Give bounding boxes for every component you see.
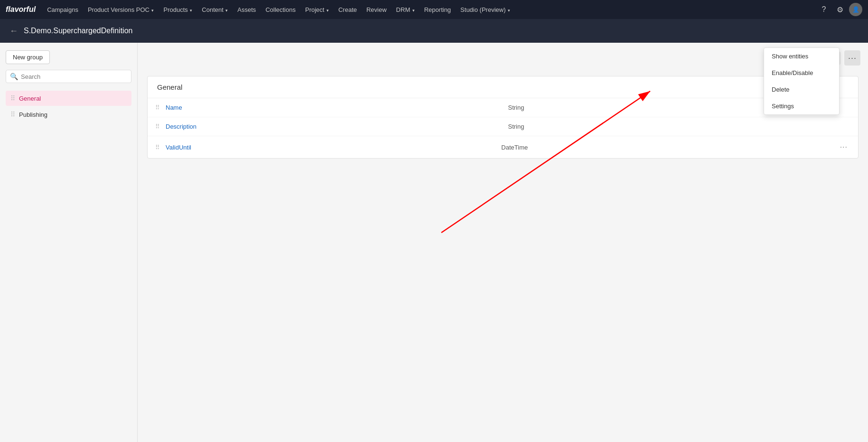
drag-handle-icon: ⠿: [10, 111, 15, 118]
chevron-down-icon: ▾: [189, 8, 193, 13]
drag-handle-icon: ⠿: [155, 144, 160, 151]
breadcrumb-bar: ← S.Demo.SuperchargedDefinition: [0, 19, 868, 43]
dropdown-settings[interactable]: Settings: [764, 98, 839, 114]
nav-assets[interactable]: Assets: [233, 4, 260, 15]
sidebar-item-general[interactable]: ⠿ General: [6, 91, 131, 106]
page-title: S.Demo.SuperchargedDefinition: [24, 27, 132, 35]
chevron-down-icon: ▾: [411, 8, 415, 13]
chevron-down-icon: ▾: [150, 8, 154, 13]
field-row-validuntil: ⠿ ValidUntil DateTime ···: [148, 136, 858, 158]
sidebar-item-label: General: [19, 95, 41, 102]
field-name-label[interactable]: Description: [166, 123, 508, 130]
field-row-name: ⠿ Name String: [148, 98, 858, 117]
dots-icon: ···: [848, 53, 857, 63]
sidebar-item-label: Publishing: [19, 111, 47, 118]
field-name-label[interactable]: ValidUntil: [166, 144, 501, 151]
settings-icon-button[interactable]: ⚙: [833, 2, 847, 17]
search-input[interactable]: [21, 73, 127, 80]
nav-drm[interactable]: DRM ▾: [392, 4, 419, 15]
nav-create[interactable]: Create: [335, 4, 361, 15]
sidebar-item-publishing[interactable]: ⠿ Publishing: [6, 107, 131, 122]
back-button[interactable]: ←: [8, 24, 20, 38]
field-more-button[interactable]: ···: [837, 142, 850, 152]
nav-content[interactable]: Content ▾: [198, 4, 232, 15]
search-icon: 🔍: [10, 73, 18, 80]
chevron-down-icon: ▾: [325, 8, 329, 13]
more-options-button[interactable]: ···: [844, 50, 860, 66]
search-box: 🔍: [6, 70, 131, 83]
field-actions: ···: [837, 142, 850, 152]
user-avatar[interactable]: 👤: [849, 3, 862, 16]
field-type-label: String: [508, 123, 851, 130]
nav-studio[interactable]: Studio (Preview) ▾: [457, 4, 514, 15]
brand-logo[interactable]: flavorful: [6, 5, 36, 14]
dropdown-show-entities[interactable]: Show entities: [764, 48, 839, 65]
sidebar: New group 🔍 ⠿ General ⠿ Publishing: [0, 43, 138, 442]
nav-collections[interactable]: Collections: [261, 4, 299, 15]
nav-review[interactable]: Review: [363, 4, 391, 15]
drag-handle-icon: ⠿: [155, 123, 160, 130]
nav-product-versions[interactable]: Product Versions POC ▾: [84, 4, 158, 15]
chevron-down-icon: ▾: [224, 8, 228, 13]
group-card: General ⠿ Name String ⠿ Description Stri…: [147, 76, 859, 159]
drag-handle-icon: ⠿: [155, 104, 160, 111]
nav-campaigns[interactable]: Campaigns: [43, 4, 82, 15]
chevron-down-icon: ▾: [506, 8, 510, 13]
dropdown-delete[interactable]: Delete: [764, 81, 839, 98]
help-button[interactable]: ?: [817, 2, 831, 17]
field-name-label[interactable]: Name: [166, 104, 508, 111]
field-row-description: ⠿ Description String: [148, 117, 858, 136]
top-nav: flavorful Campaigns Product Versions POC…: [0, 0, 868, 19]
drag-handle-icon: ⠿: [10, 94, 15, 102]
group-title: General: [148, 76, 858, 98]
nav-project[interactable]: Project ▾: [301, 4, 333, 15]
nav-products[interactable]: Products ▾: [159, 4, 196, 15]
nav-reporting[interactable]: Reporting: [420, 4, 455, 15]
dropdown-enable-disable[interactable]: Enable/Disable: [764, 65, 839, 81]
dropdown-menu: Show entities Enable/Disable Delete Sett…: [764, 47, 840, 115]
field-type-label: DateTime: [501, 144, 837, 151]
new-group-button[interactable]: New group: [6, 50, 50, 64]
main-layout: New group 🔍 ⠿ General ⠿ Publishing Apply…: [0, 43, 868, 442]
content-area: Apply changes ··· General ⠿ Name String …: [138, 43, 868, 442]
